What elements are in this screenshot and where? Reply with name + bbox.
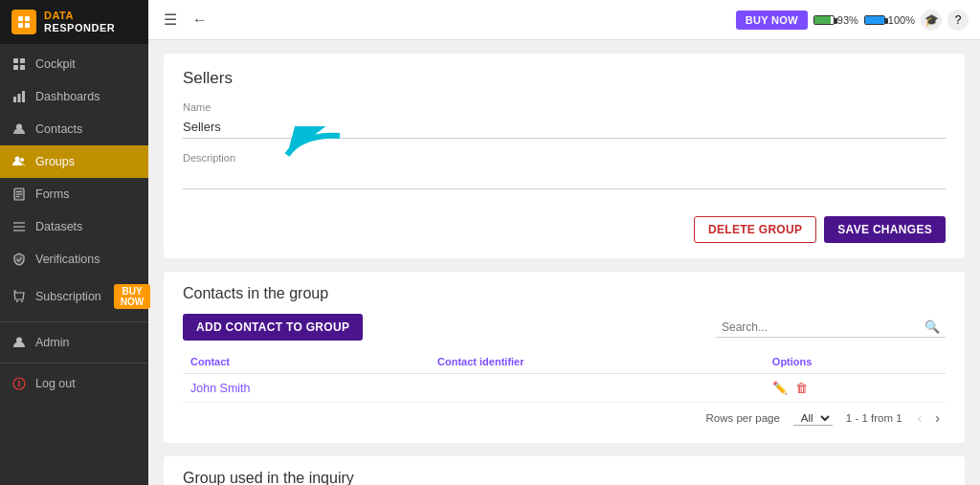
col-options: Options	[765, 350, 946, 374]
top-bar-left: ☰ ←	[160, 7, 728, 33]
svg-rect-0	[18, 16, 23, 21]
group-info-panel: Sellers Name Description DELETE GROUP SA…	[164, 54, 965, 258]
dashboards-icon	[11, 89, 27, 104]
content-area: Sellers Name Description DELETE GROUP SA…	[148, 40, 980, 485]
action-icons: ✏️ 🗑	[772, 381, 938, 395]
top-bar: ☰ ← BUY NOW 93% 100% 🎓 ?	[148, 0, 980, 40]
sidebar-divider2	[0, 363, 148, 364]
sidebar-item-groups-label: Groups	[35, 155, 75, 168]
svg-point-23	[21, 300, 23, 302]
edit-icon[interactable]: ✏️	[772, 381, 788, 395]
sidebar-item-admin-label: Admin	[35, 336, 69, 349]
buy-now-sidebar-button[interactable]: BUY NOW	[114, 284, 150, 309]
hamburger-button[interactable]: ☰	[160, 7, 181, 33]
row-delete-icon[interactable]: 🗑	[795, 381, 808, 395]
contacts-next-button[interactable]: ›	[933, 410, 942, 426]
cockpit-icon	[11, 56, 27, 72]
sidebar-item-cockpit[interactable]: Cockpit	[0, 48, 148, 80]
identifier-cell	[430, 374, 765, 403]
svg-point-22	[16, 300, 18, 302]
description-input[interactable]	[183, 166, 946, 189]
svg-rect-6	[13, 65, 18, 70]
contacts-rows-select[interactable]: All 10 25	[793, 411, 833, 426]
top-bar-right: BUY NOW 93% 100% 🎓 ?	[736, 10, 969, 31]
sidebar-item-datasets[interactable]: Datasets	[0, 210, 148, 243]
contacts-search-box: 🔍	[716, 317, 946, 338]
sidebar-item-subscription[interactable]: Subscription BUY NOW	[0, 276, 148, 318]
inquiry-section: Group used in the inquiry 🔍 Dataset Grou…	[164, 456, 965, 485]
save-changes-button[interactable]: SAVE CHANGES	[824, 216, 946, 243]
svg-rect-4	[13, 58, 18, 63]
options-cell: ✏️ 🗑	[765, 374, 946, 403]
sidebar-item-contacts-label: Contacts	[35, 122, 82, 136]
contacts-search-input[interactable]	[722, 320, 919, 334]
datasets-icon	[11, 219, 27, 234]
inquiry-section-title: Group used in the inquiry	[183, 470, 946, 485]
buy-now-topbar-button[interactable]: BUY NOW	[736, 11, 808, 30]
svg-point-13	[20, 158, 24, 162]
contacts-pagination-info: 1 - 1 from 1	[846, 412, 902, 424]
table-row: John Smith ✏️ 🗑	[183, 374, 946, 403]
battery1-pct: 93%	[837, 14, 858, 26]
svg-rect-8	[13, 97, 16, 102]
battery1: 93%	[813, 14, 858, 26]
sidebar-item-subscription-label: Subscription	[35, 290, 101, 303]
sidebar-item-logout[interactable]: Log out	[0, 367, 148, 400]
page-title: Sellers	[183, 69, 946, 88]
sidebar-item-datasets-label: Datasets	[35, 220, 82, 233]
name-label: Name	[183, 101, 946, 113]
contacts-table-footer: Rows per page All 10 25 1 - 1 from 1 ‹ ›	[183, 403, 946, 430]
forms-icon	[11, 187, 27, 202]
logo-text: DATARESPONDER	[44, 10, 115, 34]
sidebar-divider	[0, 321, 148, 322]
sidebar-item-cockpit-label: Cockpit	[35, 57, 76, 71]
form-actions: DELETE GROUP SAVE CHANGES	[183, 216, 946, 243]
battery1-fill	[814, 16, 831, 24]
sidebar-item-dashboards[interactable]: Dashboards	[0, 80, 148, 113]
battery2-fill	[865, 16, 884, 24]
description-label: Description	[183, 152, 946, 164]
contacts-section: Contacts in the group ADD CONTACT TO GRO…	[164, 272, 965, 443]
contact-name-cell: John Smith	[183, 374, 430, 403]
sidebar-item-dashboards-label: Dashboards	[35, 90, 100, 103]
admin-icon	[11, 335, 27, 350]
svg-rect-9	[18, 94, 21, 102]
sidebar-item-admin[interactable]: Admin	[0, 326, 148, 359]
sidebar-item-contacts[interactable]: Contacts	[0, 113, 148, 145]
sidebar-item-verifications[interactable]: Verifications	[0, 243, 148, 276]
battery2-bar	[864, 15, 885, 25]
add-contact-button[interactable]: ADD CONTACT TO GROUP	[183, 314, 363, 341]
hat-icon[interactable]: 🎓	[921, 10, 942, 31]
contact-link[interactable]: John Smith	[190, 382, 251, 395]
sidebar-item-forms[interactable]: Forms	[0, 178, 148, 210]
name-input[interactable]	[183, 116, 946, 139]
logo-icon	[11, 10, 36, 34]
contacts-section-title: Contacts in the group	[183, 285, 946, 302]
delete-group-button[interactable]: DELETE GROUP	[694, 216, 816, 243]
sidebar-item-groups[interactable]: Groups	[0, 145, 148, 178]
col-identifier: Contact identifier	[430, 350, 765, 374]
subscription-icon	[11, 289, 27, 304]
battery1-bar	[813, 15, 835, 25]
sidebar-nav: Cockpit Dashboards Contacts Groups Forms	[0, 44, 148, 485]
svg-rect-1	[25, 16, 30, 21]
sidebar-item-logout-label: Log out	[35, 377, 76, 390]
back-button[interactable]: ←	[189, 8, 212, 33]
contacts-icon	[11, 121, 27, 137]
contacts-table: Contact Contact identifier Options John …	[183, 350, 946, 403]
svg-rect-10	[22, 91, 25, 102]
logout-icon	[11, 376, 27, 391]
svg-rect-3	[25, 23, 30, 28]
contacts-toolbar: ADD CONTACT TO GROUP 🔍	[183, 314, 946, 341]
contacts-rows-per-page-label: Rows per page	[705, 412, 779, 424]
col-contact: Contact	[183, 350, 430, 374]
sidebar-item-verifications-label: Verifications	[35, 253, 100, 266]
battery2-pct: 100%	[888, 14, 915, 26]
help-icon[interactable]: ?	[947, 10, 969, 31]
contacts-search-icon: 🔍	[924, 320, 940, 334]
battery2: 100%	[864, 14, 915, 26]
svg-rect-2	[18, 23, 23, 28]
svg-rect-7	[20, 65, 25, 70]
sidebar: DATARESPONDER Cockpit Dashboards Contact…	[0, 0, 148, 485]
contacts-prev-button[interactable]: ‹	[916, 410, 924, 426]
